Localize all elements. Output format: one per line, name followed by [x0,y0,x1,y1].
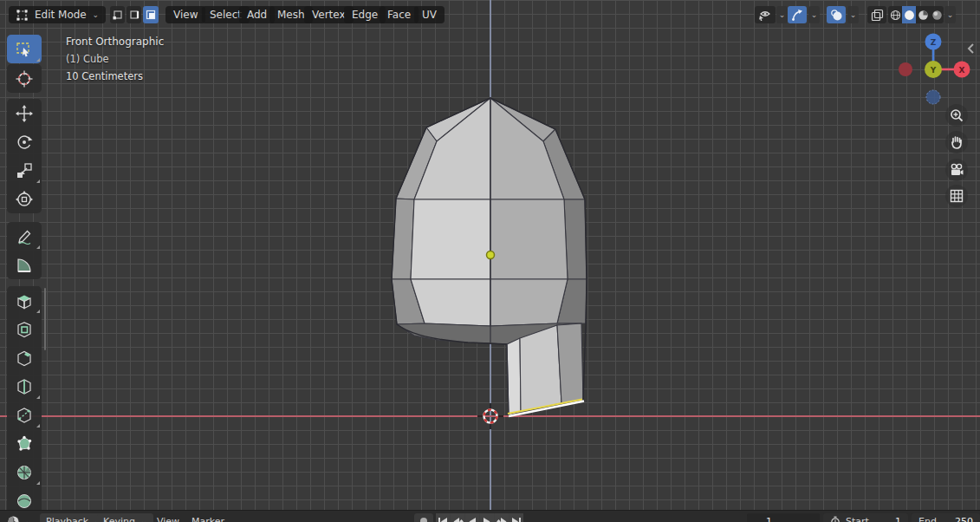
tool-bevel[interactable] [7,343,42,372]
jump-to-end-button[interactable] [509,513,523,522]
tool-transform[interactable] [7,185,42,213]
knife-icon [15,406,34,425]
tool-options-indicator [36,395,40,399]
select-mode-vertex-button[interactable] [110,6,125,23]
pan-button[interactable] [945,131,968,153]
jump-start-icon [438,517,448,522]
mesh-face-front-mid-right[interactable] [490,199,568,279]
auto-keying-button[interactable] [414,513,433,522]
playback-controls [436,513,523,522]
current-frame-field[interactable]: 1 [747,513,820,522]
play-button[interactable] [480,513,494,522]
timeline-view-menu[interactable]: View [157,513,179,522]
object-origin-dot[interactable] [487,251,495,259]
camera-icon [949,162,964,178]
chevron-down-icon: ⌄ [25,517,32,522]
mesh-face-front-low-right[interactable] [490,279,568,326]
tool-annotate[interactable] [7,222,42,251]
mesh-cube[interactable] [364,87,598,429]
toggle-xray-button[interactable] [867,6,886,23]
toolbar-scrollbar[interactable] [44,288,46,350]
gizmo-y-label: Y [930,66,937,75]
menu-select-label: Select [210,9,242,21]
editor-type-button[interactable]: ⌄ [7,513,32,522]
navigation-gizmo[interactable]: Z X Y [894,31,974,108]
camera-view-button[interactable] [945,159,968,181]
menu-face[interactable]: Face [380,6,419,23]
jump-to-start-button[interactable] [436,513,450,522]
mesh-leg-left-strip[interactable] [507,338,521,415]
solid-sphere-icon [904,10,915,21]
active-object-label: (1) Cube [66,50,164,68]
visibility-dropdown[interactable]: ⌄ [776,6,788,23]
sidebar-collapse-chevron[interactable] [966,42,977,55]
shading-material-button[interactable] [916,6,930,23]
gizmo-axis-neg-x[interactable] [899,62,912,76]
keying-menu[interactable]: Keying ⌄ [97,513,153,522]
bevel-icon [15,349,34,368]
tool-poly-build[interactable] [7,429,42,458]
tool-move[interactable] [7,99,42,127]
next-keyframe-button[interactable] [495,513,509,522]
material-sphere-icon [918,10,929,21]
overlays-dropdown[interactable]: ⌄ [847,6,859,23]
move-icon [15,104,34,123]
play-reverse-button[interactable] [465,513,479,522]
frame-start-field[interactable]: Start 1 [823,513,908,522]
end-label: End [918,516,937,522]
tool-inset-faces[interactable] [7,315,42,343]
face-select-icon [146,10,156,20]
gizmo-dropdown[interactable]: ⌄ [808,6,820,23]
mesh-leg-side[interactable] [557,323,583,403]
tool-measure[interactable] [7,251,42,279]
shading-rendered-button[interactable] [930,6,944,23]
projection-toggle-button[interactable] [945,185,968,207]
shading-wireframe-button[interactable] [888,6,902,23]
blender-window: Front Orthographic (1) Cube 10 Centimete… [0,0,980,522]
prev-keyframe-button[interactable] [451,513,464,522]
chevron-down-icon: ⌄ [779,10,786,19]
tool-scale[interactable] [7,156,42,185]
tool-spin[interactable] [7,458,42,486]
tool-options-indicator [36,481,40,485]
start-value: 1 [895,516,901,522]
tool-knife[interactable] [7,401,42,429]
tool-loop-cut[interactable] [7,372,42,401]
timeline-marker-menu[interactable]: Marker [191,513,224,522]
viewport-overlay-text: Front Orthographic (1) Cube 10 Centimete… [66,33,164,85]
scale-icon [15,161,34,180]
visibility-toggle-button[interactable] [755,6,776,23]
gizmo-axis-neg-z[interactable] [926,90,940,104]
zoom-button[interactable] [945,104,968,127]
menu-view[interactable]: View [165,6,205,23]
chevron-down-icon: ⌄ [850,10,857,19]
smooth-icon [15,492,34,511]
show-overlays-toggle[interactable] [827,6,846,23]
mesh-leg-front[interactable] [520,325,561,412]
shading-solid-button[interactable] [902,6,916,23]
tool-cursor[interactable] [7,64,42,93]
mesh-face-front-mid-left[interactable] [411,199,490,279]
tool-options-indicator [36,310,40,313]
rendered-sphere-icon [931,10,943,21]
menu-uv[interactable]: UV [414,6,445,23]
show-gizmo-toggle[interactable] [788,6,807,23]
tool-select-box[interactable] [7,35,42,63]
prev-keyframe-icon [452,517,464,522]
shading-dropdown[interactable]: ⌄ [944,6,956,23]
tool-extrude-region[interactable] [7,286,42,315]
chevron-down-icon: ⌄ [92,10,99,19]
gizmo-x-label: X [959,66,965,75]
frame-end-field[interactable]: End 250 [912,513,980,522]
select-mode-face-button[interactable] [143,6,159,23]
menu-uv-label: UV [422,9,437,21]
tool-options-indicator [36,58,40,62]
hand-icon [949,134,964,150]
viewport-3d[interactable]: Front Orthographic (1) Cube 10 Centimete… [0,0,980,522]
mode-dropdown[interactable]: Edit Mode ⌄ [9,6,106,23]
tool-rotate[interactable] [7,127,42,156]
measure-icon [15,256,34,275]
select-mode-edge-button[interactable] [127,6,141,23]
eye-cursor-icon [758,9,772,21]
timeline-view-label: View [157,516,179,522]
